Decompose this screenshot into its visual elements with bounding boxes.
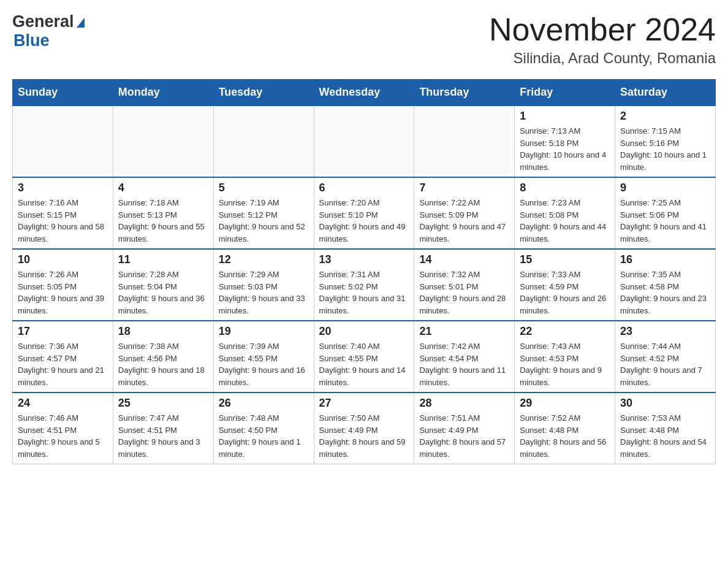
day-info: Sunrise: 7:48 AMSunset: 4:50 PMDaylight:… <box>219 412 309 460</box>
calendar-cell: 6Sunrise: 7:20 AMSunset: 5:10 PMDaylight… <box>314 177 414 249</box>
logo-general-text: General <box>12 12 74 31</box>
day-info: Sunrise: 7:16 AMSunset: 5:15 PMDaylight:… <box>18 197 108 245</box>
day-number: 21 <box>419 325 509 338</box>
col-saturday: Saturday <box>615 80 716 106</box>
day-number: 23 <box>620 325 710 338</box>
calendar-cell: 1Sunrise: 7:13 AMSunset: 5:18 PMDaylight… <box>515 105 615 177</box>
day-number: 25 <box>118 397 208 410</box>
logo-blue-text: Blue <box>13 31 50 50</box>
calendar-cell: 19Sunrise: 7:39 AMSunset: 4:55 PMDayligh… <box>213 321 314 393</box>
day-number: 9 <box>620 182 710 194</box>
calendar-cell: 17Sunrise: 7:36 AMSunset: 4:57 PMDayligh… <box>13 321 113 393</box>
calendar-cell: 26Sunrise: 7:48 AMSunset: 4:50 PMDayligh… <box>213 393 314 464</box>
day-info: Sunrise: 7:22 AMSunset: 5:09 PMDaylight:… <box>419 197 509 245</box>
day-number: 29 <box>520 397 610 410</box>
day-info: Sunrise: 7:18 AMSunset: 5:13 PMDaylight:… <box>118 197 208 245</box>
col-tuesday: Tuesday <box>213 80 314 106</box>
day-number: 12 <box>219 253 309 266</box>
day-number: 7 <box>419 182 509 194</box>
logo-bottom-row: Blue <box>12 31 50 50</box>
calendar-cell: 10Sunrise: 7:26 AMSunset: 5:05 PMDayligh… <box>13 249 113 321</box>
day-number: 27 <box>319 397 409 410</box>
day-number: 18 <box>118 325 208 338</box>
day-info: Sunrise: 7:47 AMSunset: 4:51 PMDaylight:… <box>118 412 208 460</box>
day-number: 26 <box>219 397 309 410</box>
calendar-cell: 2Sunrise: 7:15 AMSunset: 5:16 PMDaylight… <box>615 105 716 177</box>
day-number: 10 <box>18 253 108 266</box>
week-row-1: 1Sunrise: 7:13 AMSunset: 5:18 PMDaylight… <box>13 105 716 177</box>
day-number: 6 <box>319 182 409 194</box>
day-number: 2 <box>620 110 710 123</box>
calendar-header-row: Sunday Monday Tuesday Wednesday Thursday… <box>13 80 716 106</box>
day-info: Sunrise: 7:29 AMSunset: 5:03 PMDaylight:… <box>219 269 309 316</box>
calendar-cell: 18Sunrise: 7:38 AMSunset: 4:56 PMDayligh… <box>113 321 213 393</box>
calendar-cell: 21Sunrise: 7:42 AMSunset: 4:54 PMDayligh… <box>414 321 515 393</box>
day-number: 16 <box>620 253 710 266</box>
day-info: Sunrise: 7:26 AMSunset: 5:05 PMDaylight:… <box>18 269 108 316</box>
day-number: 22 <box>520 325 610 338</box>
day-number: 28 <box>419 397 509 410</box>
page-header: General Blue November 2024 Silindia, Ara… <box>12 12 716 67</box>
calendar-cell: 15Sunrise: 7:33 AMSunset: 4:59 PMDayligh… <box>515 249 615 321</box>
col-wednesday: Wednesday <box>314 80 414 106</box>
day-info: Sunrise: 7:33 AMSunset: 4:59 PMDaylight:… <box>520 269 610 316</box>
title-block: November 2024 Silindia, Arad County, Rom… <box>489 12 716 67</box>
day-info: Sunrise: 7:35 AMSunset: 4:58 PMDaylight:… <box>620 269 710 316</box>
day-info: Sunrise: 7:28 AMSunset: 5:04 PMDaylight:… <box>118 269 208 316</box>
col-friday: Friday <box>515 80 615 106</box>
day-info: Sunrise: 7:32 AMSunset: 5:01 PMDaylight:… <box>419 269 509 316</box>
week-row-2: 3Sunrise: 7:16 AMSunset: 5:15 PMDaylight… <box>13 177 716 249</box>
day-info: Sunrise: 7:52 AMSunset: 4:48 PMDaylight:… <box>520 412 610 460</box>
day-info: Sunrise: 7:46 AMSunset: 4:51 PMDaylight:… <box>18 412 108 460</box>
calendar-cell: 25Sunrise: 7:47 AMSunset: 4:51 PMDayligh… <box>113 393 213 464</box>
week-row-5: 24Sunrise: 7:46 AMSunset: 4:51 PMDayligh… <box>13 393 716 464</box>
day-info: Sunrise: 7:13 AMSunset: 5:18 PMDaylight:… <box>520 125 610 173</box>
calendar-cell: 27Sunrise: 7:50 AMSunset: 4:49 PMDayligh… <box>314 393 414 464</box>
day-info: Sunrise: 7:43 AMSunset: 4:53 PMDaylight:… <box>520 340 610 388</box>
month-title: November 2024 <box>489 12 716 47</box>
logo-triangle-icon <box>77 18 85 28</box>
calendar-cell: 16Sunrise: 7:35 AMSunset: 4:58 PMDayligh… <box>615 249 716 321</box>
calendar-cell: 20Sunrise: 7:40 AMSunset: 4:55 PMDayligh… <box>314 321 414 393</box>
day-info: Sunrise: 7:50 AMSunset: 4:49 PMDaylight:… <box>319 412 409 460</box>
day-number: 11 <box>118 253 208 266</box>
day-info: Sunrise: 7:38 AMSunset: 4:56 PMDaylight:… <box>118 340 208 388</box>
calendar-cell <box>314 105 414 177</box>
day-number: 4 <box>118 182 208 194</box>
day-info: Sunrise: 7:53 AMSunset: 4:48 PMDaylight:… <box>620 412 710 460</box>
day-info: Sunrise: 7:15 AMSunset: 5:16 PMDaylight:… <box>620 125 710 173</box>
day-info: Sunrise: 7:23 AMSunset: 5:08 PMDaylight:… <box>520 197 610 245</box>
day-number: 3 <box>18 182 108 194</box>
day-number: 8 <box>520 182 610 194</box>
day-info: Sunrise: 7:19 AMSunset: 5:12 PMDaylight:… <box>219 197 309 245</box>
day-number: 14 <box>419 253 509 266</box>
week-row-4: 17Sunrise: 7:36 AMSunset: 4:57 PMDayligh… <box>13 321 716 393</box>
day-info: Sunrise: 7:36 AMSunset: 4:57 PMDaylight:… <box>18 340 108 388</box>
logo: General Blue <box>12 12 85 50</box>
day-info: Sunrise: 7:40 AMSunset: 4:55 PMDaylight:… <box>319 340 409 388</box>
calendar-cell: 24Sunrise: 7:46 AMSunset: 4:51 PMDayligh… <box>13 393 113 464</box>
day-number: 5 <box>219 182 309 194</box>
calendar-cell: 12Sunrise: 7:29 AMSunset: 5:03 PMDayligh… <box>213 249 314 321</box>
col-thursday: Thursday <box>414 80 515 106</box>
day-info: Sunrise: 7:31 AMSunset: 5:02 PMDaylight:… <box>319 269 409 316</box>
calendar-cell <box>113 105 213 177</box>
day-number: 15 <box>520 253 610 266</box>
calendar-cell: 29Sunrise: 7:52 AMSunset: 4:48 PMDayligh… <box>515 393 615 464</box>
calendar-table: Sunday Monday Tuesday Wednesday Thursday… <box>12 79 716 464</box>
calendar-cell: 3Sunrise: 7:16 AMSunset: 5:15 PMDaylight… <box>13 177 113 249</box>
day-info: Sunrise: 7:42 AMSunset: 4:54 PMDaylight:… <box>419 340 509 388</box>
calendar-cell: 7Sunrise: 7:22 AMSunset: 5:09 PMDaylight… <box>414 177 515 249</box>
calendar-cell: 28Sunrise: 7:51 AMSunset: 4:49 PMDayligh… <box>414 393 515 464</box>
day-info: Sunrise: 7:25 AMSunset: 5:06 PMDaylight:… <box>620 197 710 245</box>
calendar-cell: 22Sunrise: 7:43 AMSunset: 4:53 PMDayligh… <box>515 321 615 393</box>
day-info: Sunrise: 7:44 AMSunset: 4:52 PMDaylight:… <box>620 340 710 388</box>
calendar-cell: 9Sunrise: 7:25 AMSunset: 5:06 PMDaylight… <box>615 177 716 249</box>
calendar-cell: 4Sunrise: 7:18 AMSunset: 5:13 PMDaylight… <box>113 177 213 249</box>
day-number: 19 <box>219 325 309 338</box>
calendar-cell: 23Sunrise: 7:44 AMSunset: 4:52 PMDayligh… <box>615 321 716 393</box>
calendar-cell: 8Sunrise: 7:23 AMSunset: 5:08 PMDaylight… <box>515 177 615 249</box>
day-number: 17 <box>18 325 108 338</box>
calendar-cell: 14Sunrise: 7:32 AMSunset: 5:01 PMDayligh… <box>414 249 515 321</box>
calendar-cell: 5Sunrise: 7:19 AMSunset: 5:12 PMDaylight… <box>213 177 314 249</box>
